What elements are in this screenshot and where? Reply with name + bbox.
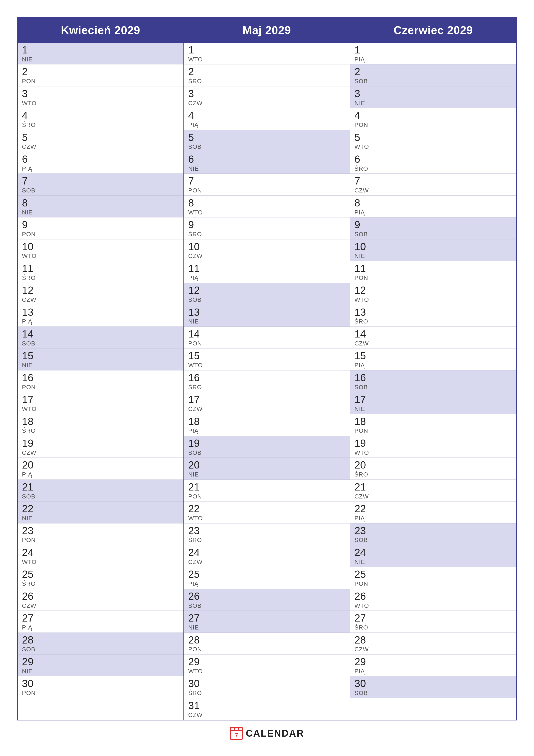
month-header-1: Maj 2029 (184, 18, 350, 43)
day-number: 2 (188, 66, 345, 78)
day-name: ŚRO (188, 689, 345, 697)
month-column-2: Czerwiec 20291PIĄ2SOB3NIE4PON5WTO6ŚRO7CZ… (350, 18, 516, 720)
day-name: NIE (188, 624, 345, 631)
day-name: PON (188, 646, 345, 653)
day-name: PIĄ (22, 318, 179, 325)
day-row: 11PIĄ (184, 261, 350, 283)
day-name: PON (22, 384, 179, 391)
day-row: 14PON (184, 327, 350, 348)
day-number: 6 (188, 154, 345, 165)
day-row: 30PON (18, 676, 184, 698)
day-row: 10WTO (18, 239, 184, 261)
month-column-0: Kwiecień 20291NIE2PON3WTO4ŚRO5CZW6PIĄ7SO… (18, 18, 184, 720)
day-number: 20 (354, 459, 512, 471)
day-name: PIĄ (354, 515, 512, 522)
day-name: NIE (188, 318, 345, 325)
day-name: ŚRO (188, 230, 345, 238)
day-number: 1 (22, 44, 179, 56)
day-row: 22NIE (18, 501, 184, 523)
day-name: CZW (354, 646, 512, 653)
day-row: 18PIĄ (184, 414, 350, 436)
day-row: 19WTO (350, 436, 516, 458)
day-row: 17WTO (18, 392, 184, 414)
day-name: SOB (188, 449, 345, 456)
day-number: 8 (188, 198, 345, 209)
day-row: 19CZW (18, 436, 184, 458)
day-row: 17CZW (184, 392, 350, 414)
day-number: 3 (22, 88, 179, 99)
day-row: 8WTO (184, 196, 350, 217)
day-number: 8 (22, 198, 179, 209)
day-name: PON (354, 274, 512, 282)
day-row: 2PON (18, 65, 184, 86)
footer-calendar-text: CALENDAR (246, 728, 304, 739)
day-name: PON (22, 78, 179, 85)
day-name: PON (354, 580, 512, 587)
day-number: 19 (188, 438, 345, 449)
day-row: 20NIE (184, 458, 350, 479)
day-name: CZW (188, 405, 345, 413)
day-row: 15PIĄ (350, 348, 516, 370)
day-row: 4PON (350, 108, 516, 130)
day-number: 11 (22, 263, 179, 274)
day-row: 5SOB (184, 130, 350, 152)
day-number: 3 (188, 88, 345, 99)
day-name: NIE (22, 362, 179, 369)
page: Kwiecień 20291NIE2PON3WTO4ŚRO5CZW6PIĄ7SO… (0, 0, 534, 756)
day-row: 11ŚRO (18, 261, 184, 283)
day-name: PON (188, 493, 345, 500)
day-name: ŚRO (188, 384, 345, 391)
day-row: 4PIĄ (184, 108, 350, 130)
day-name: PON (22, 230, 179, 238)
day-row: 17NIE (350, 392, 516, 414)
day-name: PIĄ (354, 362, 512, 369)
day-row: 22WTO (184, 501, 350, 523)
day-name: ŚRO (22, 274, 179, 282)
day-number: 8 (354, 198, 512, 209)
day-row: 7CZW (350, 174, 516, 196)
day-number: 3 (354, 88, 512, 99)
day-number: 26 (22, 591, 179, 602)
month-header-0: Kwiecień 2029 (18, 18, 184, 43)
day-number: 7 (188, 176, 345, 187)
day-number: 7 (22, 176, 179, 187)
day-number: 20 (22, 459, 179, 471)
day-number: 25 (188, 569, 345, 580)
day-number: 28 (188, 634, 345, 646)
day-row: 19SOB (184, 436, 350, 458)
day-row: 24CZW (184, 545, 350, 567)
day-row: 3CZW (184, 86, 350, 108)
day-name: CZW (354, 187, 512, 194)
day-name: ŚRO (354, 471, 512, 478)
day-row: 18ŚRO (18, 414, 184, 436)
day-row: 16ŚRO (184, 370, 350, 392)
day-name: SOB (22, 340, 179, 347)
day-number: 23 (188, 525, 345, 537)
day-row: 30ŚRO (184, 676, 350, 698)
day-name: NIE (354, 405, 512, 413)
day-name: ŚRO (354, 624, 512, 631)
day-name: NIE (354, 558, 512, 566)
day-row: 10CZW (184, 239, 350, 261)
day-number: 14 (188, 328, 345, 340)
day-number: 4 (354, 110, 512, 121)
day-row: 27ŚRO (350, 611, 516, 633)
day-name: WTO (188, 56, 345, 63)
day-number: 23 (22, 525, 179, 537)
day-number: 17 (22, 394, 179, 405)
day-number: 24 (22, 547, 179, 558)
day-name: PIĄ (22, 624, 179, 631)
day-row: 1NIE (18, 43, 184, 65)
day-number: 17 (188, 394, 345, 405)
day-number: 23 (354, 525, 512, 537)
day-number: 30 (188, 678, 345, 689)
day-row: 13ŚRO (350, 305, 516, 327)
day-name: PON (22, 536, 179, 544)
day-number: 12 (22, 285, 179, 296)
day-row: 15NIE (18, 348, 184, 370)
day-number: 6 (22, 154, 179, 165)
day-name: PON (22, 689, 179, 697)
day-row: 9SOB (350, 217, 516, 239)
day-name: NIE (22, 668, 179, 675)
day-row: 3NIE (350, 86, 516, 108)
